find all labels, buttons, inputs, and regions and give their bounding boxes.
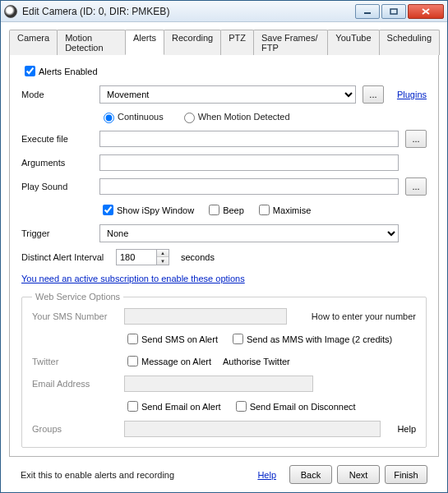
interval-row: Distinct Alert Interval ▲▼ seconds [21,249,427,265]
email-options-row: Send Email on Alert Send Email on Discon… [32,399,416,414]
email-disconnect-checkbox[interactable]: Send Email on Disconnect [233,399,356,414]
groups-input[interactable] [124,421,381,437]
subscription-link-row: You need an active subscription to enabl… [21,274,427,283]
titlebar: Edit Camera (ID: 0, DIR: PMKEB) [1,1,447,22]
tab-recording[interactable]: Recording [164,30,221,55]
tab-motion-detection[interactable]: Motion Detection [57,30,126,55]
interval-stepper[interactable]: ▲▼ [116,249,169,265]
window: Edit Camera (ID: 0, DIR: PMKEB) Camera M… [0,0,448,493]
twitter-row: Twitter Message on Alert Authorise Twitt… [32,353,416,369]
radio-when-motion[interactable]: When Motion Detected [180,110,290,123]
sms-alert-checkbox[interactable]: Send SMS on Alert [124,331,218,347]
interval-unit: seconds [181,252,215,262]
radio-continuous[interactable]: Continuous [99,110,164,123]
ellipsis-icon: ... [412,182,419,191]
mode-radio-group: Continuous When Motion Detected [99,110,307,123]
groups-row: Groups Help [32,421,416,437]
email-input[interactable] [124,376,313,392]
sms-options-row: Send SMS on Alert Send as MMS with Image… [32,331,416,347]
chevron-down-icon[interactable]: ▼ [157,257,169,265]
app-icon [4,5,17,18]
footer-status: Exit this to enable alerts and recording [21,470,257,480]
finish-button[interactable]: Finish [385,465,427,484]
trigger-select[interactable]: None [99,224,399,242]
interval-spinner[interactable]: ▲▼ [157,249,169,265]
sms-row: Your SMS Number How to enter your number [32,308,416,325]
alerts-enabled-checkbox[interactable]: Alerts Enabled [21,63,98,79]
arguments-label: Arguments [21,158,99,168]
email-alert-checkbox[interactable]: Send Email on Alert [124,399,221,414]
tab-ptz[interactable]: PTZ [220,30,254,55]
alerts-enabled-label: Alerts Enabled [39,67,98,76]
window-options-row: Show iSpy Window Beep Maximise [21,202,427,218]
execute-file-label: Execute file [21,134,99,144]
maximise-checkbox[interactable]: Maximise [256,202,311,218]
next-button[interactable]: Next [337,465,380,484]
footer: Exit this to enable alerts and recording… [9,457,439,492]
plugins-link[interactable]: Plugins [397,90,427,99]
groups-help-link[interactable]: Help [397,424,416,434]
beep-checkbox[interactable]: Beep [206,202,244,218]
window-title: Edit Camera (ID: 0, DIR: PMKEB) [22,6,355,17]
maximize-button[interactable] [381,4,406,19]
mode-label: Mode [21,90,99,99]
subscription-link[interactable]: You need an active subscription to enabl… [21,274,245,283]
alerts-enabled-row: Alerts Enabled [21,63,427,79]
play-sound-browse[interactable]: ... [405,177,427,196]
mode-select[interactable]: Movement [99,85,356,104]
execute-file-row: Execute file ... [21,130,427,148]
svg-rect-1 [390,9,397,14]
window-buttons [355,4,444,19]
alerts-panel: Alerts Enabled Mode Movement ... Plugins… [9,55,439,457]
arguments-input[interactable] [99,154,399,171]
trigger-row: Trigger None [21,224,427,242]
authorise-twitter-link[interactable]: Authorise Twitter [223,357,290,366]
alerts-enabled-input[interactable] [25,66,35,76]
email-label: Email Address [32,379,124,389]
ellipsis-icon: ... [369,90,376,99]
play-sound-input[interactable] [99,178,399,195]
minimize-button[interactable] [355,4,380,19]
web-service-legend: Web Service Options [32,292,123,302]
tab-save-frames[interactable]: Save Frames/ FTP [253,30,328,55]
mode-radio-row: Continuous When Motion Detected [21,110,427,123]
tab-strip: Camera Motion Detection Alerts Recording… [9,29,439,55]
tab-camera[interactable]: Camera [9,30,58,55]
arguments-row: Arguments [21,154,427,171]
close-button[interactable] [408,4,444,19]
client-area: Camera Motion Detection Alerts Recording… [1,22,447,492]
interval-value[interactable] [116,249,157,265]
trigger-label: Trigger [21,228,99,238]
mms-checkbox[interactable]: Send as MMS with Image (2 credits) [229,331,392,347]
tab-alerts[interactable]: Alerts [125,30,164,55]
twitter-label: Twitter [32,357,124,366]
mode-browse-button[interactable]: ... [363,85,384,104]
tab-youtube[interactable]: YouTube [327,30,379,55]
chevron-up-icon[interactable]: ▲ [157,250,169,257]
web-service-group: Web Service Options Your SMS Number How … [21,292,427,448]
interval-label: Distinct Alert Interval [21,252,116,262]
play-sound-row: Play Sound ... [21,177,427,196]
msg-alert-checkbox[interactable]: Message on Alert [124,353,211,369]
groups-label: Groups [32,424,124,434]
execute-file-input[interactable] [99,131,399,147]
tab-scheduling[interactable]: Scheduling [379,30,440,55]
execute-file-browse[interactable]: ... [405,130,427,148]
ellipsis-icon: ... [412,134,419,144]
show-ispy-checkbox[interactable]: Show iSpy Window [99,202,194,218]
sms-input[interactable] [124,308,287,325]
mode-row: Mode Movement ... Plugins [21,85,427,104]
footer-help-link[interactable]: Help [257,470,276,480]
back-button[interactable]: Back [289,465,332,484]
howto-link[interactable]: How to enter your number [312,311,416,321]
sms-label: Your SMS Number [32,311,124,321]
email-row: Email Address [32,376,416,392]
play-sound-label: Play Sound [21,182,99,191]
